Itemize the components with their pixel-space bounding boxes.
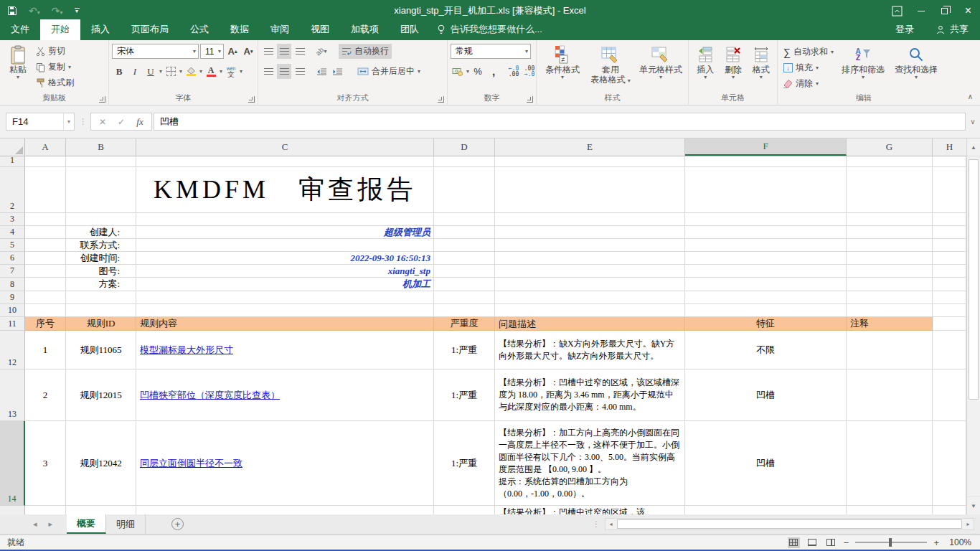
vertical-scroll-thumb[interactable]: [969, 159, 979, 400]
decrease-indent-icon[interactable]: [314, 64, 329, 79]
save-icon[interactable]: [7, 6, 17, 16]
scroll-left-icon[interactable]: ◂: [606, 519, 616, 529]
comma-style-icon[interactable]: ,: [486, 64, 501, 79]
copy-button[interactable]: 复制 ▾: [33, 60, 77, 75]
vertical-scrollbar[interactable]: ▲ ▼: [966, 138, 980, 514]
zoom-slider[interactable]: [855, 542, 927, 543]
cell[interactable]: [434, 167, 495, 213]
column-header-d[interactable]: D: [434, 138, 495, 156]
tab-insert[interactable]: 插入: [80, 19, 121, 40]
field-label-cell[interactable]: 图号:: [66, 265, 136, 278]
cell[interactable]: [933, 167, 966, 213]
format-cells-button[interactable]: 格式 ▾: [747, 42, 775, 93]
tab-addins[interactable]: 加载项: [340, 19, 390, 40]
cell[interactable]: [685, 304, 847, 317]
rule-link[interactable]: 同层立面倒圆半径不一致: [140, 457, 242, 470]
row-header[interactable]: 10: [0, 304, 25, 317]
close-button[interactable]: ×: [956, 0, 980, 22]
row-header[interactable]: 11: [0, 317, 25, 331]
row-header[interactable]: 1: [0, 156, 25, 167]
cell[interactable]: [136, 291, 434, 304]
table-header-rule-id[interactable]: 规则ID: [66, 317, 136, 331]
column-header-b[interactable]: B: [66, 138, 136, 156]
phonetic-guide-icon[interactable]: wén文: [224, 64, 238, 79]
conditional-formatting-button[interactable]: ≠ 条件格式 ▾: [540, 42, 585, 93]
cell[interactable]: [25, 506, 66, 514]
row-header[interactable]: 9: [0, 291, 25, 304]
fill-color-icon[interactable]: [184, 64, 198, 79]
cell[interactable]: [847, 506, 933, 514]
sheet-prev-icon[interactable]: ◂: [33, 519, 37, 529]
cell[interactable]: [434, 291, 495, 304]
cell[interactable]: [434, 239, 495, 252]
font-color-icon[interactable]: A: [204, 64, 218, 79]
cell-feature[interactable]: 不限: [685, 331, 847, 369]
row-header[interactable]: 5: [0, 239, 25, 252]
tab-data[interactable]: 数据: [220, 19, 260, 40]
cell[interactable]: [495, 304, 685, 317]
cell-description[interactable]: 【结果分析】：缺X方向外形最大尺寸。缺Y方向外形最大尺寸。缺Z方向外形最大尺寸。: [495, 331, 685, 369]
cell-rule-content[interactable]: 凹槽狭窄部位（深度宽度比查表）: [136, 369, 434, 421]
cell-feature[interactable]: 凹槽: [685, 369, 847, 421]
customize-qat-icon[interactable]: ▾: [75, 8, 80, 14]
cell-rule-id[interactable]: 规则11065: [66, 331, 136, 369]
cell[interactable]: [933, 213, 966, 226]
align-left-icon[interactable]: [261, 64, 275, 79]
cell[interactable]: [495, 265, 685, 278]
cell[interactable]: [434, 213, 495, 226]
cell[interactable]: [847, 291, 933, 304]
underline-button[interactable]: U: [143, 64, 158, 79]
minimize-button[interactable]: [909, 0, 933, 22]
table-header-feature[interactable]: 特征: [685, 317, 847, 331]
orientation-icon[interactable]: ab▾: [314, 44, 329, 59]
bold-button[interactable]: B: [112, 64, 126, 79]
cell-note[interactable]: [847, 369, 933, 421]
table-header-description[interactable]: 问题描述: [495, 317, 685, 331]
wrap-text-button[interactable]: 自动换行: [339, 44, 392, 59]
tab-split-handle[interactable]: ⋮: [593, 520, 600, 528]
align-right-icon[interactable]: [293, 64, 307, 79]
cell[interactable]: [66, 506, 136, 514]
cell[interactable]: [495, 278, 685, 291]
cell-note[interactable]: [847, 421, 933, 506]
column-header-e[interactable]: E: [495, 138, 685, 156]
confirm-entry-icon[interactable]: ✓: [113, 117, 130, 127]
cell[interactable]: [434, 506, 495, 514]
cell[interactable]: [685, 239, 847, 252]
cell-rule-content[interactable]: 模型漏标最大外形尺寸: [136, 331, 434, 369]
field-value-cell[interactable]: [136, 239, 434, 252]
cell[interactable]: [847, 167, 933, 213]
cell[interactable]: [847, 156, 933, 167]
cell[interactable]: [685, 167, 847, 213]
cell[interactable]: [685, 506, 847, 514]
cell[interactable]: [685, 291, 847, 304]
cell[interactable]: [933, 317, 966, 331]
column-header-a[interactable]: A: [25, 138, 66, 156]
cell[interactable]: [434, 226, 495, 239]
decrease-font-icon[interactable]: A▾: [241, 44, 255, 59]
cell[interactable]: [933, 265, 966, 278]
tab-file[interactable]: 文件: [0, 19, 40, 40]
horizontal-scroll-thumb[interactable]: [617, 519, 962, 529]
redo-icon[interactable]: ↷▾: [52, 5, 63, 17]
cell[interactable]: [933, 291, 966, 304]
new-sheet-icon[interactable]: +: [171, 518, 184, 530]
report-title-cell[interactable]: KMDFM 审查报告: [136, 167, 434, 213]
format-painter-button[interactable]: 格式刷: [33, 75, 77, 90]
cell[interactable]: [495, 226, 685, 239]
zoom-out-icon[interactable]: −: [844, 537, 849, 548]
cell[interactable]: [495, 167, 685, 213]
undo-icon[interactable]: ↶▾: [29, 5, 40, 17]
cell[interactable]: [66, 304, 136, 317]
restore-button[interactable]: [933, 0, 956, 22]
column-header-c[interactable]: C: [136, 138, 434, 156]
field-value-cell[interactable]: 超级管理员: [136, 226, 434, 239]
cancel-entry-icon[interactable]: ✕: [94, 117, 111, 127]
cell-severity[interactable]: 1:严重: [434, 421, 495, 506]
cell[interactable]: [434, 304, 495, 317]
cell[interactable]: [847, 278, 933, 291]
zoom-slider-thumb[interactable]: [889, 538, 892, 547]
cell[interactable]: [25, 156, 66, 167]
increase-indent-icon[interactable]: [330, 64, 344, 79]
row-header[interactable]: 7: [0, 265, 25, 278]
